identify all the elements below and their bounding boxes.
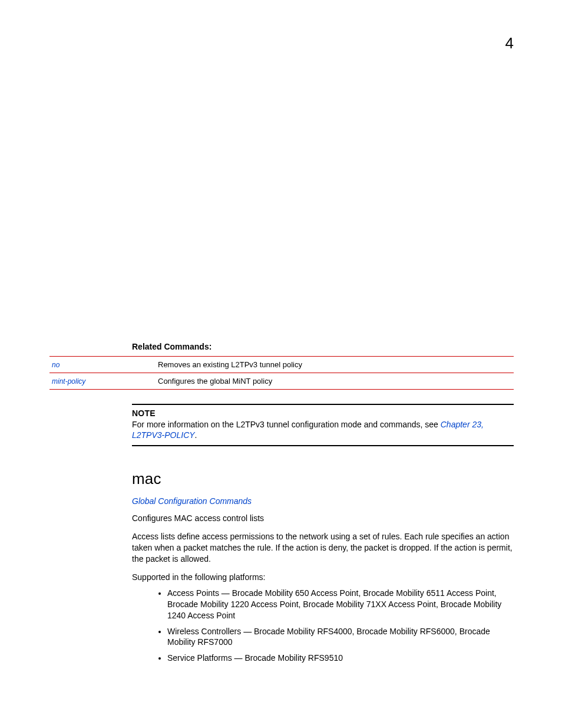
body-paragraph: Supported in the following platforms: <box>132 572 514 583</box>
body-paragraph: Configures MAC access control lists <box>132 513 514 524</box>
crossref-link[interactable]: Global Configuration Commands <box>132 496 514 506</box>
related-commands-table: no Removes an existing L2TPv3 tunnel pol… <box>49 356 514 390</box>
table-row: mint-policy Configures the global MiNT p… <box>49 373 514 390</box>
command-link-mint-policy[interactable]: mint-policy <box>49 373 156 390</box>
list-item: Wireless Controllers — Brocade Mobility … <box>167 626 514 648</box>
page-number: 4 <box>505 34 514 52</box>
note-label: NOTE <box>132 409 514 418</box>
section-heading-mac: mac <box>132 470 514 488</box>
note-text: For more information on the L2TPv3 tunne… <box>132 419 514 440</box>
list-item: Service Platforms — Brocade Mobility RFS… <box>167 653 514 664</box>
table-row: no Removes an existing L2TPv3 tunnel pol… <box>49 357 514 373</box>
note-block: NOTE For more information on the L2TPv3 … <box>132 404 514 446</box>
command-link-no[interactable]: no <box>49 357 156 373</box>
related-commands-heading: Related Commands: <box>132 342 514 351</box>
body-paragraph: Access lists define access permissions t… <box>132 531 514 565</box>
note-text-before: For more information on the L2TPv3 tunne… <box>132 420 441 429</box>
list-item: Access Points — Brocade Mobility 650 Acc… <box>167 588 514 621</box>
command-desc: Configures the global MiNT policy <box>156 373 514 390</box>
page-content: Related Commands: no Removes an existing… <box>49 342 514 672</box>
note-text-after: . <box>195 430 197 440</box>
command-desc: Removes an existing L2TPv3 tunnel policy <box>156 357 514 373</box>
platforms-list: Access Points — Brocade Mobility 650 Acc… <box>144 588 514 664</box>
